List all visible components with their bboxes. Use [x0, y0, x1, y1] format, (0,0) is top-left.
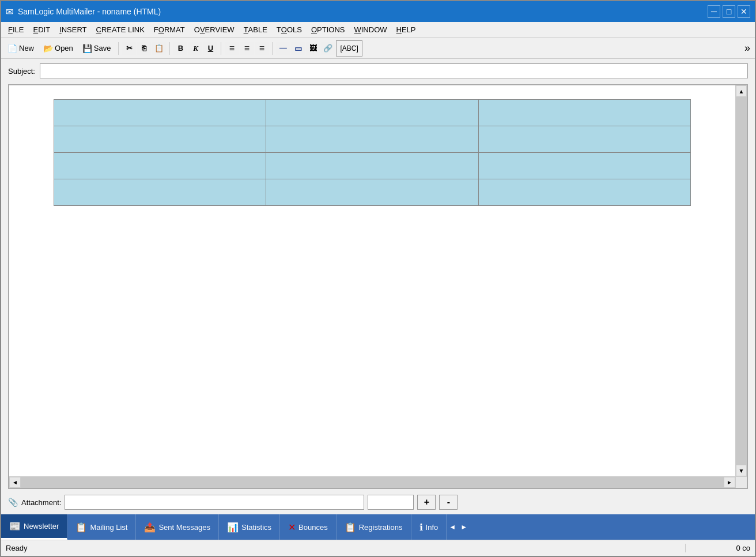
menu-window[interactable]: WINDOW: [349, 24, 391, 36]
table-cell: [478, 126, 690, 153]
table-cell: [478, 153, 690, 179]
menu-overview[interactable]: OVERVIEW: [190, 24, 239, 36]
table-row: [54, 126, 690, 153]
mailinglist-tab-label: Mailing List: [90, 523, 127, 532]
status-ready: Ready: [1, 544, 686, 552]
open-button[interactable]: 📂 Open: [39, 40, 77, 57]
attachment-label: Attachment:: [21, 498, 61, 507]
menu-tools[interactable]: TOOLS: [272, 24, 307, 36]
new-icon: 📄: [7, 44, 17, 53]
minimize-button[interactable]: ─: [708, 5, 720, 18]
editor-container[interactable]: ▲ ▼ ◄ ►: [8, 84, 748, 489]
toolbar-chevron[interactable]: »: [742, 41, 753, 55]
email-table: [54, 99, 690, 206]
separator-1: [118, 42, 119, 55]
align-left-button[interactable]: ≡: [225, 42, 239, 55]
table-cell: [266, 100, 478, 126]
scroll-track-v[interactable]: [736, 97, 747, 465]
tab-bar: 📰 Newsletter 📋 Mailing List 📤 Sent Messa…: [1, 514, 755, 540]
line-button[interactable]: ─: [276, 42, 290, 55]
open-icon: 📂: [43, 44, 53, 53]
link-button[interactable]: 🔗: [321, 42, 335, 55]
vertical-scrollbar[interactable]: ▲ ▼: [735, 85, 747, 476]
scroll-down-button[interactable]: ▼: [736, 465, 747, 476]
italic-button[interactable]: K: [188, 42, 202, 55]
attachment-add-button[interactable]: +: [417, 495, 436, 510]
tab-mailinglist[interactable]: 📋 Mailing List: [67, 514, 136, 540]
bounces-tab-icon: ✕: [288, 522, 296, 533]
open-label: Open: [55, 44, 73, 52]
menu-edit[interactable]: EDIT: [28, 24, 55, 36]
copy-button[interactable]: ⎘: [137, 42, 151, 55]
scroll-left-button[interactable]: ◄: [9, 477, 21, 488]
maximize-button[interactable]: □: [723, 5, 735, 18]
menu-options[interactable]: OPTIONS: [307, 24, 350, 36]
tab-info[interactable]: ℹ Info: [411, 514, 447, 540]
bold-button[interactable]: B: [173, 42, 187, 55]
attachment-row: 📎 Attachment: + -: [8, 495, 748, 510]
save-button[interactable]: 💾 Save: [78, 40, 115, 57]
table-cell: [478, 100, 690, 126]
tab-prev-button[interactable]: ◄: [447, 514, 458, 540]
tab-statistics[interactable]: 📊 Statistics: [219, 514, 280, 540]
table-cell: [266, 179, 478, 206]
status-count: 0 co: [686, 544, 755, 552]
table-row: [54, 100, 690, 126]
content-wrapper: Subject:: [1, 59, 755, 556]
table-row: [54, 179, 690, 206]
table-cell: [266, 126, 478, 153]
mailinglist-tab-icon: 📋: [75, 522, 87, 533]
sentmessages-tab-label: Sent Messages: [158, 523, 210, 532]
toolbar: 📄 New 📂 Open 💾 Save ✂ ⎘ 📋 B K U ≡ ≡ ≡ ─ …: [1, 38, 755, 59]
newsletter-tab-label: Newsletter: [24, 522, 59, 530]
menu-insert[interactable]: INSERT: [55, 24, 91, 36]
tab-newsletter[interactable]: 📰 Newsletter: [1, 514, 67, 540]
scroll-corner: [735, 476, 747, 488]
align-center-button[interactable]: ≡: [240, 42, 254, 55]
underline-button[interactable]: U: [203, 42, 217, 55]
scroll-track-h[interactable]: [21, 477, 724, 488]
menu-createlink[interactable]: CREATE LINK: [92, 24, 149, 36]
editor-inner[interactable]: [9, 85, 735, 476]
subject-label: Subject:: [8, 67, 35, 76]
app-window: ✉ SamLogic MultiMailer - noname (HTML) ─…: [0, 0, 756, 557]
box-button[interactable]: ▭: [291, 42, 305, 55]
title-bar: ✉ SamLogic MultiMailer - noname (HTML) ─…: [1, 1, 755, 22]
image-button[interactable]: 🖼: [306, 42, 320, 55]
new-button[interactable]: 📄 New: [3, 40, 38, 57]
paste-button[interactable]: 📋: [152, 42, 166, 55]
window-title: SamLogic MultiMailer - noname (HTML): [18, 7, 703, 16]
scroll-right-button[interactable]: ►: [724, 477, 735, 488]
newsletter-tab-icon: 📰: [9, 521, 21, 532]
separator-4: [272, 42, 273, 55]
attachment-remove-button[interactable]: -: [439, 495, 458, 510]
bounces-tab-label: Bounces: [298, 523, 328, 532]
tab-bounces[interactable]: ✕ Bounces: [280, 514, 337, 540]
status-bar: Ready 0 co: [1, 540, 755, 556]
statistics-tab-icon: 📊: [227, 522, 239, 533]
window-controls: ─ □ ✕: [708, 5, 750, 18]
align-right-button[interactable]: ≡: [255, 42, 269, 55]
tab-next-button[interactable]: ►: [458, 514, 470, 540]
cut-button[interactable]: ✂: [122, 42, 136, 55]
menu-file[interactable]: FILE: [3, 24, 28, 36]
horizontal-scrollbar[interactable]: ◄ ►: [9, 476, 735, 488]
menu-format[interactable]: FORMAT: [149, 24, 190, 36]
table-cell: [54, 100, 266, 126]
menu-table[interactable]: TABLE: [239, 24, 272, 36]
info-tab-icon: ℹ: [419, 522, 423, 533]
new-label: New: [19, 44, 34, 52]
abc-button[interactable]: [ABC]: [336, 40, 362, 57]
menu-help[interactable]: HELP: [392, 24, 421, 36]
table-cell: [478, 179, 690, 206]
separator-3: [221, 42, 221, 55]
attachment-input[interactable]: [65, 495, 364, 510]
tab-registrations[interactable]: 📋 Registrations: [337, 514, 411, 540]
registrations-tab-icon: 📋: [345, 522, 356, 533]
subject-input[interactable]: [40, 63, 748, 78]
close-button[interactable]: ✕: [738, 5, 750, 18]
subject-row: Subject:: [8, 63, 748, 78]
tab-sentmessages[interactable]: 📤 Sent Messages: [136, 514, 219, 540]
statistics-tab-label: Statistics: [241, 523, 271, 532]
scroll-up-button[interactable]: ▲: [736, 85, 747, 97]
